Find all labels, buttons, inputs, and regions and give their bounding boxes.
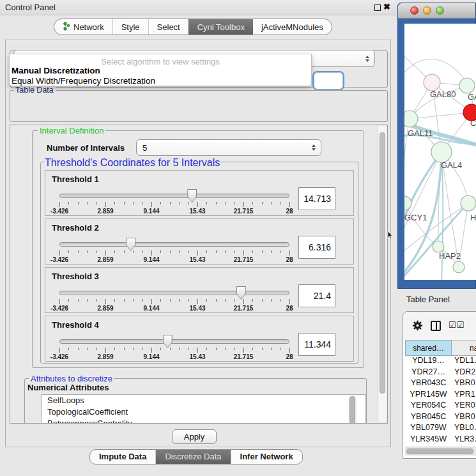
network-node-green[interactable] bbox=[431, 142, 452, 162]
table-row[interactable]: YBL079WYBL0… bbox=[405, 423, 476, 434]
numerical-attributes-label: Numerical Attributes bbox=[27, 383, 109, 392]
network-node-green[interactable] bbox=[453, 261, 464, 273]
network-node-green[interactable] bbox=[459, 78, 475, 93]
column-header-name[interactable]: na bbox=[452, 340, 476, 356]
panel-title: Control Panel bbox=[5, 3, 56, 12]
list-item[interactable]: BetweennessCentrality bbox=[42, 418, 365, 424]
slider-track[interactable] bbox=[59, 291, 289, 295]
slider-tick-labels: -3.4262.8599.14415.4321.71528 bbox=[59, 256, 289, 264]
top-tabs: NetworkStyleSelectCyni ToolboxjActiveMNo… bbox=[54, 19, 332, 35]
threshold-value-field[interactable]: 21.4 bbox=[298, 284, 335, 307]
float-window-icon[interactable] bbox=[374, 4, 381, 11]
gear-icon[interactable] bbox=[412, 320, 423, 334]
slider-tick-labels: -3.4262.8599.14415.4321.71528 bbox=[59, 208, 289, 215]
network-node-green[interactable] bbox=[461, 196, 476, 211]
apply-button[interactable]: Apply bbox=[172, 429, 217, 444]
cell-shared-name: YDL19… bbox=[405, 356, 452, 365]
network-node-pink[interactable] bbox=[424, 74, 440, 91]
table-row[interactable]: YER054CYER0… bbox=[405, 401, 476, 412]
close-traffic-light[interactable] bbox=[410, 6, 418, 15]
network-edge bbox=[404, 203, 438, 247]
algorithm-combo[interactable] bbox=[314, 72, 343, 89]
panel-scrollbar[interactable] bbox=[378, 126, 387, 422]
number-of-intervals-combo[interactable]: 5 bbox=[136, 139, 321, 156]
list-item[interactable]: TopologicalCoefficient bbox=[42, 406, 365, 418]
attributes-group-title: Attributes to discretize bbox=[29, 374, 114, 383]
number-of-intervals-value: 5 bbox=[142, 143, 147, 153]
threshold-slider[interactable]: -3.4262.8599.14415.4321.71528 bbox=[59, 188, 289, 214]
interval-definition-title: Interval Definition bbox=[38, 126, 105, 135]
close-icon[interactable]: ✖ bbox=[383, 2, 390, 12]
cell-name: YBR0… bbox=[454, 412, 476, 421]
cell-shared-name: YBR045C bbox=[405, 412, 452, 421]
threshold-slider[interactable]: -3.4262.8599.14415.4321.71528 bbox=[59, 286, 289, 311]
tab-select[interactable]: Select bbox=[148, 19, 188, 35]
slider-track[interactable] bbox=[59, 194, 289, 198]
threshold-panel-4: Threshold 4-3.4262.8599.14415.4321.71528… bbox=[45, 316, 354, 362]
threshold-slider[interactable]: -3.4262.8599.14415.4321.71528 bbox=[59, 237, 289, 263]
table-row[interactable]: YBR045CYBR0… bbox=[405, 412, 476, 424]
split-columns-icon[interactable] bbox=[431, 321, 441, 331]
table-horizontal-scrollbar[interactable] bbox=[405, 447, 476, 456]
slider-ticks bbox=[59, 346, 289, 352]
zoom-traffic-light[interactable] bbox=[436, 6, 444, 15]
checkbox-icons[interactable]: ☑☑ bbox=[449, 320, 464, 330]
table-row[interactable]: YBR043CYBR0… bbox=[405, 378, 476, 390]
slider-ticks bbox=[59, 298, 289, 303]
table-row[interactable]: YPR145WYPR1… bbox=[405, 390, 476, 401]
network-view-window: GAL80GACGAL11GAL4GCY1HHAP2 bbox=[397, 3, 476, 289]
network-edge bbox=[410, 112, 472, 119]
cell-name: YLR3… bbox=[454, 434, 476, 443]
tab-discretize-data[interactable]: Discretize Data bbox=[155, 450, 230, 464]
threshold-label: Threshold 1 bbox=[52, 174, 99, 184]
table-data-group bbox=[10, 90, 388, 122]
threshold-label: Threshold 2 bbox=[52, 223, 99, 233]
slider-tick-labels: -3.4262.8599.14415.4321.71528 bbox=[59, 353, 289, 361]
slider-ticks bbox=[59, 201, 289, 206]
thresholds-group: Threshold's Coordinates for 5 Intervals … bbox=[40, 162, 358, 364]
thresholds-group-title: Threshold's Coordinates for 5 Intervals bbox=[45, 157, 220, 169]
mouse-cursor bbox=[387, 231, 393, 242]
tab-style[interactable]: Style bbox=[112, 19, 148, 35]
network-edge-highlighted bbox=[441, 152, 443, 280]
tab-cyni-toolbox[interactable]: Cyni Toolbox bbox=[188, 19, 253, 35]
node-label: GA bbox=[468, 92, 476, 102]
tab-label: jActiveMNodules bbox=[261, 22, 323, 32]
table-row[interactable]: YDL19…YDL1… bbox=[405, 356, 476, 367]
bottom-tabs: Impute DataDiscretize DataInfer Network bbox=[89, 449, 303, 464]
table-panel: ☑☑ shared… na YDL19…YDL1…YDR27…YDR2…YBR0… bbox=[403, 311, 476, 459]
interval-definition-group: Interval Definition Number of Intervals … bbox=[32, 130, 364, 368]
threshold-value-field[interactable]: 14.713 bbox=[298, 187, 335, 210]
list-item[interactable]: SelfLoops bbox=[42, 395, 365, 406]
minimize-traffic-light[interactable] bbox=[423, 6, 431, 15]
threshold-value-field[interactable]: 6.316 bbox=[298, 236, 335, 259]
numerical-attributes-list[interactable]: SelfLoopsTopologicalCoefficientBetweenne… bbox=[42, 394, 366, 424]
tab-infer-network[interactable]: Infer Network bbox=[231, 450, 302, 464]
tab-network[interactable]: Network bbox=[54, 19, 112, 35]
spinner-arrows-icon bbox=[365, 56, 369, 62]
network-canvas[interactable]: GAL80GACGAL11GAL4GCY1HHAP2 bbox=[404, 24, 476, 280]
list-scrollbar[interactable] bbox=[349, 395, 357, 424]
threshold-value-field[interactable]: 11.344 bbox=[298, 333, 335, 356]
menu-item-equal-width-frequency[interactable]: Equal Width/Frequency Discretization bbox=[12, 76, 155, 86]
table-panel-title: Table Panel bbox=[406, 295, 450, 304]
tab-label: Select bbox=[157, 22, 180, 32]
table-row[interactable]: YLR345WYLR3… bbox=[405, 434, 476, 446]
table-header: shared… na bbox=[403, 340, 476, 356]
slider-track[interactable] bbox=[59, 339, 289, 344]
node-label: H bbox=[470, 213, 476, 222]
network-node-green[interactable] bbox=[404, 111, 418, 127]
spinner-arrows-icon bbox=[312, 144, 316, 151]
table-row[interactable]: YDR27…YDR2… bbox=[405, 367, 476, 379]
slider-track[interactable] bbox=[59, 242, 289, 247]
tab-impute-data[interactable]: Impute Data bbox=[90, 450, 155, 464]
tab-jactivemnodules[interactable]: jActiveMNodules bbox=[253, 19, 332, 35]
tab-label: Network bbox=[73, 22, 104, 32]
network-node-green[interactable] bbox=[404, 196, 411, 210]
menu-item-manual-discretization[interactable]: Manual Discretization bbox=[12, 66, 100, 75]
column-header-shared-name[interactable]: shared… bbox=[405, 340, 452, 356]
algorithm-dropdown-popup: Select algorithm to view settings Manual… bbox=[9, 54, 312, 86]
control-panel-titlebar: Control Panel ✖ bbox=[0, 0, 396, 15]
threshold-slider[interactable]: -3.4262.8599.14415.4321.71528 bbox=[59, 334, 289, 360]
cell-name: YER0… bbox=[454, 401, 476, 410]
